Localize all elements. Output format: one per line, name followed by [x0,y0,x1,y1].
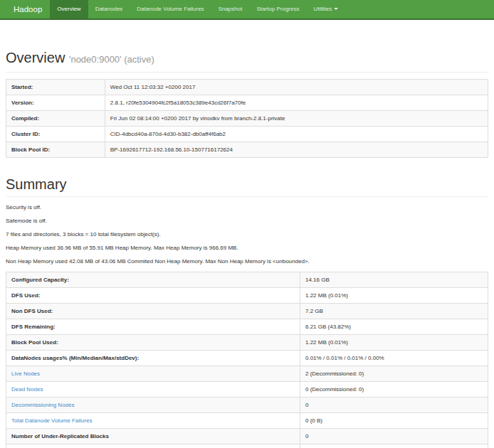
table-row-cluster-id: Cluster ID: CID-4dbcd40a-870d-4d30-b382-… [6,127,488,142]
row-label: Compiled: [6,111,105,127]
row-label: Cluster ID: [6,127,105,142]
tab-utilities-dropdown[interactable]: Utilities [306,0,345,18]
live-nodes-link[interactable]: Live Nodes [11,370,40,377]
row-value: 2.8.1, r20fe5304904fc2f5a18053c389e43cd2… [105,95,488,111]
tab-datanode-volume-failures[interactable]: Datanode Volume Failures [130,0,211,18]
row-value: 0 [300,429,488,444]
decommissioning-nodes-link[interactable]: Decommissioning Nodes [11,402,74,408]
non-heap-memory-status: Non Heap Memory used 42.08 MB of 43.06 M… [6,258,488,265]
row-value: 2 (Decommissioned: 0) [300,366,488,382]
top-navbar: Hadoop Overview Datanodes Datanode Volum… [0,0,494,20]
tab-snapshot[interactable]: Snapshot [211,0,250,18]
page-content: Overview 'node0:9000' (active) Started: … [0,48,494,448]
row-value: 6.21 GB (43.82%) [300,319,488,335]
row-label: Started: [6,80,105,95]
row-label: Version: [6,95,105,111]
tab-overview[interactable]: Overview [50,0,88,18]
filesystem-objects-status: 7 files and directories, 3 blocks = 10 t… [6,231,488,238]
table-row-datanodes-usages: DataNodes usages% (Min/Median/Max/stdDev… [6,351,488,366]
table-row-block-pool-id: Block Pool ID: BP-1692617712-192.168.56.… [6,142,488,158]
caret-down-icon [334,8,338,10]
row-label: Number of Under-Replicated Blocks [6,429,300,444]
tab-startup-progress[interactable]: Startup Progress [249,0,306,18]
table-row-live-nodes: Live Nodes 2 (Decommissioned: 0) [6,366,488,382]
row-label: Block Pool Used: [6,335,300,351]
row-label: Number of Blocks Pending Deletion [6,444,300,448]
row-value: 0 (0 B) [300,413,488,429]
heap-memory-status: Heap Memory used 36.96 MB of 55.91 MB He… [6,245,488,251]
row-value: 1.22 MB (0.01%) [300,335,488,351]
row-label: Block Pool ID: [6,142,105,158]
row-label: DataNodes usages% (Min/Median/Max/stdDev… [6,351,300,366]
row-value: CID-4dbcd40a-870d-4d30-b382-db0aff4f6ab2 [105,127,488,142]
summary-header: Summary [6,175,488,197]
table-row-blocks-pending-deletion: Number of Blocks Pending Deletion 0 [6,444,488,448]
row-value: 0.01% / 0.01% / 0.01% / 0.00% [300,351,488,366]
row-value: Wed Oct 11 12:03:32 +0200 2017 [105,80,488,95]
table-row-dfs-used: DFS Used: 1.22 MB (0.01%) [6,288,488,304]
table-row-compiled: Compiled: Fri Jun 02 08:14:00 +0200 2017… [6,111,488,127]
tab-datanodes[interactable]: Datanodes [88,0,130,18]
dead-nodes-link[interactable]: Dead Nodes [11,386,43,393]
summary-status-text: Security is off. Safemode is off. 7 file… [6,204,488,265]
overview-title: Overview 'node0:9000' (active) [6,48,488,69]
row-label: DFS Used: [6,288,300,304]
row-label: Non DFS Used: [6,304,300,319]
row-value: 0 (Decommissioned: 0) [300,382,488,398]
table-row-version: Version: 2.8.1, r20fe5304904fc2f5a18053c… [6,95,488,111]
summary-table: Configured Capacity: 14.16 GB DFS Used: … [6,272,488,448]
row-value: 1.22 MB (0.01%) [300,288,488,304]
row-label: DFS Remaining: [6,319,300,335]
total-datanode-volume-failures-link[interactable]: Total Datanode Volume Failures [11,417,92,424]
table-row-under-replicated-blocks: Number of Under-Replicated Blocks 0 [6,429,488,444]
overview-table: Started: Wed Oct 11 12:03:32 +0200 2017 … [6,79,488,158]
table-row-total-datanode-volume-failures: Total Datanode Volume Failures 0 (0 B) [6,413,488,429]
row-value: 7.2 GB [300,304,488,319]
hadoop-brand: Hadoop [6,0,50,18]
table-row-block-pool-used: Block Pool Used: 1.22 MB (0.01%) [6,335,488,351]
table-row-non-dfs-used: Non DFS Used: 7.2 GB [6,304,488,319]
table-row-decommissioning-nodes: Decommissioning Nodes 0 [6,398,488,413]
table-row-configured-capacity: Configured Capacity: 14.16 GB [6,272,488,288]
row-value: 0 [300,444,488,448]
summary-title: Summary [6,175,488,193]
row-value: 14.16 GB [300,272,488,288]
tab-utilities-label: Utilities [313,6,332,12]
security-status: Security is off. [6,204,488,210]
table-row-dead-nodes: Dead Nodes 0 (Decommissioned: 0) [6,382,488,398]
table-row-dfs-remaining: DFS Remaining: 6.21 GB (43.82%) [6,319,488,335]
row-value: BP-1692617712-192.168.56.10-150771617262… [105,142,488,158]
overview-header: Overview 'node0:9000' (active) [6,48,488,73]
table-row-started: Started: Wed Oct 11 12:03:32 +0200 2017 [6,80,488,95]
safemode-status: Safemode is off. [6,218,488,224]
overview-title-text: Overview [6,50,65,65]
row-label: Configured Capacity: [6,272,300,288]
row-value: 0 [300,398,488,413]
namenode-address-label: 'node0:9000' (active) [69,54,154,65]
row-value: Fri Jun 02 08:14:00 +0200 2017 by vinodk… [105,111,488,127]
